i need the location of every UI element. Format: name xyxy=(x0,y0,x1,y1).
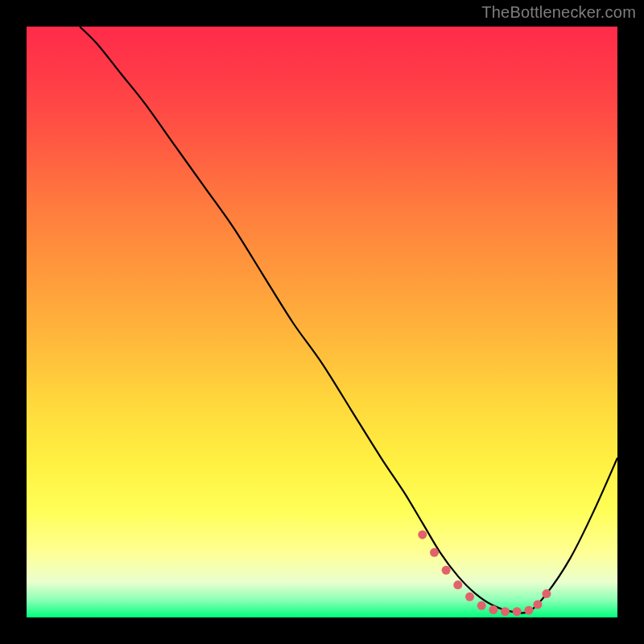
optimal-dot xyxy=(465,592,474,601)
attribution-text: TheBottlenecker.com xyxy=(481,3,636,22)
optimal-dot xyxy=(533,600,542,609)
optimal-dot xyxy=(418,530,427,539)
optimal-dot xyxy=(542,589,551,598)
curve-svg xyxy=(27,27,617,617)
optimal-dot xyxy=(477,601,486,610)
chart-container: TheBottlenecker.com xyxy=(0,0,644,644)
optimal-dot xyxy=(513,607,522,616)
optimal-dot xyxy=(501,607,510,616)
optimal-range-dots xyxy=(418,530,551,617)
plot-area xyxy=(27,27,617,617)
bottleneck-curve xyxy=(80,27,617,613)
optimal-dot xyxy=(489,605,497,614)
optimal-dot xyxy=(430,548,439,557)
optimal-dot xyxy=(442,566,451,575)
optimal-dot xyxy=(524,606,533,615)
optimal-dot xyxy=(453,580,462,589)
